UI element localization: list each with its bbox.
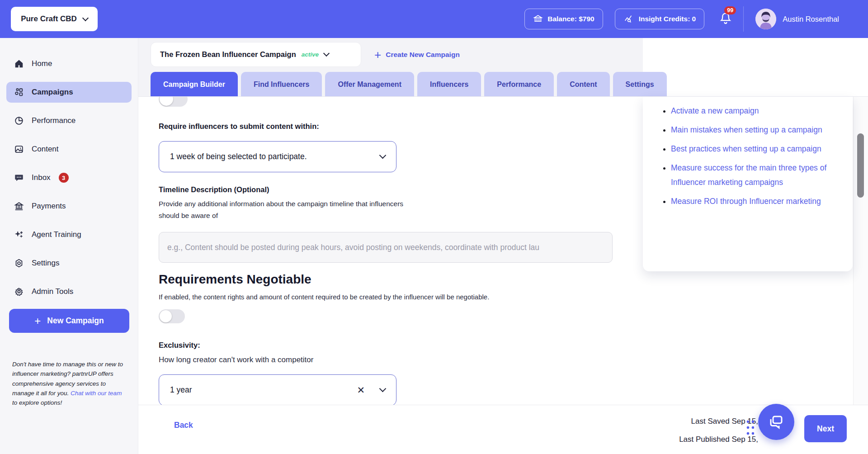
footer-bar: Back Last Saved Sep 15, Last Published S… [138,405,868,454]
sidebar-item-admin-tools[interactable]: Admin Tools [6,281,132,302]
toggle-knob [160,97,173,106]
insight-credits-button[interactable]: Insight Credits: 0 [615,9,705,29]
list-item: Measure success for the main three types… [671,161,835,189]
plus-icon: + [34,316,41,326]
tab-content[interactable]: Content [557,72,609,97]
sidebar-item-label: Campaigns [32,88,73,97]
agency-promo-text: Don't have time to manage this or new to… [12,359,125,408]
create-new-campaign-label: Create New Campaign [386,51,460,59]
submit-within-label: Require influencers to submit content wi… [159,122,319,131]
sidebar-item-inbox[interactable]: Inbox 3 [6,167,132,188]
campaign-selector[interactable]: The Frozen Bean Influencer Campaign acti… [151,42,361,67]
balance-button[interactable]: Balance: $790 [524,9,603,29]
main-area: The Frozen Bean Influencer Campaign acti… [138,38,868,454]
create-new-campaign-button[interactable]: + Create New Campaign [374,48,460,61]
submit-within-value: 1 week of being selected to participate. [170,152,307,161]
chevron-down-icon [379,385,387,393]
list-item: Measure ROI through Influencer marketing [671,194,835,208]
tab-find-influencers[interactable]: Find Influencers [241,72,322,97]
sidebar-item-content[interactable]: Content [6,139,132,160]
sidebar-item-payments[interactable]: Payments [6,196,132,217]
exclusivity-value: 1 year [170,385,192,395]
chat-icon [767,413,785,431]
sparkles-icon [14,229,24,240]
promo-text-after: to explore options! [12,399,62,406]
requirements-negotiable-toggle[interactable] [159,309,185,323]
help-link-main-mistakes[interactable]: Main mistakes when setting up a campaign [671,125,822,134]
sidebar-item-label: Agent Training [32,230,81,239]
notifications-button[interactable]: 99 [719,12,732,26]
chat-widget-button[interactable] [758,404,794,440]
tab-settings[interactable]: Settings [613,72,667,97]
submit-within-select[interactable]: 1 week of being selected to participate. [159,141,396,172]
new-campaign-label: New Campaign [47,316,104,326]
brand-name: Pure Craft CBD [21,14,77,24]
timeline-label: Timeline Description (Optional) [159,185,269,194]
help-link-measure-success[interactable]: Measure success for the main three types… [671,163,826,187]
chat-bubble-icon [14,172,24,183]
avatar[interactable] [755,9,776,29]
brand-selector[interactable]: Pure Craft CBD [11,7,98,31]
list-item: Main mistakes when setting up a campaign [671,123,835,137]
chat-with-team-link[interactable]: Chat with our team [71,390,122,397]
image-icon [14,144,24,155]
help-link-activate-campaign[interactable]: Activate a new campaign [671,106,759,115]
sidebar-nav: Home Campaigns Performance [0,38,138,302]
exclusivity-help: How long creator can't work with a compe… [159,355,313,364]
sidebar-item-label: Inbox [32,173,51,182]
help-links-panel: Activate a new campaign Main mistakes wh… [643,97,853,271]
new-campaign-button[interactable]: + New Campaign [9,309,129,333]
help-link-best-practices[interactable]: Best practices when setting up a campaig… [671,144,821,153]
user-name: Austin Rosenthal [783,15,868,24]
help-link-measure-roi[interactable]: Measure ROI through Influencer marketing [671,197,821,206]
tab-performance[interactable]: Performance [484,72,554,97]
campaigns-grid-icon [14,87,24,98]
gear-icon [14,286,24,297]
home-icon [14,58,24,69]
next-button[interactable]: Next [804,415,847,442]
list-item: Activate a new campaign [671,104,835,118]
header-divider [138,96,868,97]
sidebar-item-agent-training[interactable]: Agent Training [6,224,132,245]
campaign-name: The Frozen Bean Influencer Campaign [160,50,296,59]
exclusivity-select[interactable]: 1 year ✕ [159,374,396,405]
chevron-down-icon [323,50,330,57]
timeline-help-line1: Provide any additional information about… [159,200,403,208]
sidebar-item-campaigns[interactable]: Campaigns [6,82,132,103]
toggle-knob [160,310,172,322]
list-item: Best practices when setting up a campaig… [671,142,835,156]
inbox-unread-badge: 3 [59,173,69,183]
scrollbar-track[interactable] [853,97,868,454]
tab-offer-management[interactable]: Offer Management [325,72,414,97]
sidebar-item-home[interactable]: Home [6,53,132,74]
analytics-icon [623,14,634,24]
bank-icon [533,14,543,24]
timeline-description-input[interactable] [159,232,613,263]
chevron-down-icon [379,152,387,159]
sidebar-item-label: Performance [32,116,75,125]
sidebar: Home Campaigns Performance [0,38,138,454]
topbar-right-cluster: Balance: $790 Insight Credits: 0 99 [524,0,868,38]
pie-chart-icon [14,115,24,126]
sidebar-item-performance[interactable]: Performance [6,110,132,131]
tab-campaign-builder[interactable]: Campaign Builder [151,72,238,97]
help-links-list: Activate a new campaign Main mistakes wh… [671,104,835,208]
sidebar-item-settings[interactable]: Settings [6,253,132,274]
timeline-help-line2: should be aware of [159,212,218,220]
chevron-down-icon [82,14,89,21]
requirements-negotiable-help: If enabled, the content rights and amoun… [159,293,489,301]
scrollbar-thumb[interactable] [857,133,864,198]
tab-influencers[interactable]: Influencers [417,72,481,97]
top-bar: Pure Craft CBD Balance: $790 Insight Cre… [0,0,868,38]
sidebar-item-label: Payments [32,202,66,211]
drag-handle-icon[interactable] [745,419,754,435]
campaign-tabs: Campaign Builder Find Influencers Offer … [151,72,667,97]
back-button[interactable]: Back [174,421,193,430]
insight-credits-label: Insight Credits: 0 [639,15,696,23]
clipped-toggle[interactable] [159,97,188,107]
sidebar-item-label: Settings [32,259,59,268]
clear-icon[interactable]: ✕ [357,385,365,396]
requirements-negotiable-title: Requirements Negotiable [159,272,311,287]
notification-count-badge: 99 [724,6,736,14]
settings-hexagon-icon [14,258,24,269]
